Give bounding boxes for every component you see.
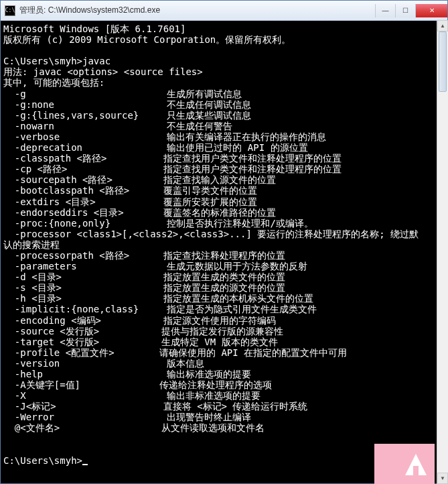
- watermark-overlay: [374, 444, 435, 484]
- window-title: 管理员: C:\Windows\system32\cmd.exe: [19, 5, 375, 16]
- window-controls: — ☐ ✕: [375, 4, 447, 17]
- cursor: [82, 464, 88, 465]
- scrollbar-track[interactable]: [437, 32, 448, 473]
- terminal-output[interactable]: Microsoft Windows [版本 6.1.7601] 版权所有 (c)…: [1, 21, 447, 483]
- maximize-button[interactable]: ☐: [395, 4, 415, 17]
- titlebar[interactable]: C:\ 管理员: C:\Windows\system32\cmd.exe — ☐…: [1, 1, 447, 21]
- minimize-button[interactable]: —: [375, 4, 395, 17]
- scroll-down-button[interactable]: ▼: [437, 473, 448, 484]
- cmd-window: C:\ 管理员: C:\Windows\system32\cmd.exe — ☐…: [0, 0, 448, 484]
- close-button[interactable]: ✕: [415, 4, 447, 17]
- scrollbar-thumb[interactable]: [439, 32, 447, 92]
- vertical-scrollbar[interactable]: ▲ ▼: [437, 20, 448, 484]
- watermark-icon: [402, 452, 429, 481]
- scroll-up-button[interactable]: ▲: [437, 20, 448, 32]
- cmd-icon: C:\: [5, 5, 15, 16]
